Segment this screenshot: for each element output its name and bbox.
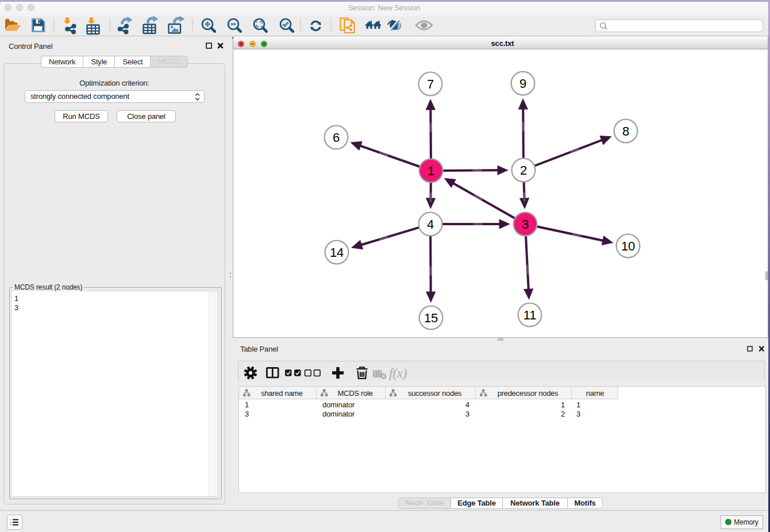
svg-text:15: 15: [424, 311, 438, 325]
svg-text:shared name: shared name: [261, 389, 303, 398]
svg-text:8: 8: [622, 124, 629, 138]
svg-text:10: 10: [621, 239, 635, 253]
svg-text:14: 14: [330, 245, 344, 260]
svg-text:7: 7: [427, 77, 434, 91]
svg-text:4: 4: [427, 217, 434, 232]
svg-text:name: name: [586, 389, 604, 398]
svg-text:predecessor nodes: predecessor nodes: [498, 389, 559, 398]
svg-text:6: 6: [333, 130, 340, 145]
svg-text:2: 2: [520, 163, 527, 178]
svg-text:1: 1: [428, 164, 434, 178]
svg-text:f(x): f(x): [389, 366, 407, 380]
svg-text:3: 3: [522, 217, 529, 232]
svg-text:successor nodes: successor nodes: [408, 389, 462, 398]
svg-text:MCDS role: MCDS role: [338, 389, 373, 398]
svg-text:9: 9: [519, 76, 526, 91]
svg-text:11: 11: [523, 308, 536, 322]
